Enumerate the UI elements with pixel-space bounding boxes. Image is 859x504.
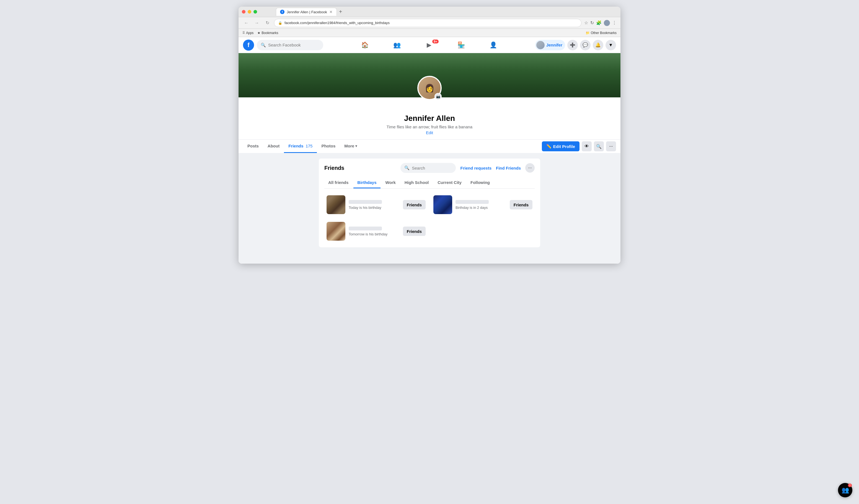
friends-panel-title: Friends <box>324 165 344 171</box>
cover-photo: 👩 📷 <box>239 53 620 97</box>
refresh-icon[interactable]: ↻ <box>590 20 594 26</box>
friend-info-1: Today is his birthday <box>349 200 400 210</box>
nav-groups[interactable]: 👤 <box>478 39 509 52</box>
filter-birthdays[interactable]: Birthdays <box>353 177 380 188</box>
minimize-dot[interactable] <box>248 10 251 14</box>
friends-more-button[interactable]: ··· <box>525 163 535 173</box>
tab-posts[interactable]: Posts <box>243 140 263 153</box>
tab-about[interactable]: About <box>263 140 284 153</box>
find-friends-link[interactable]: Find Friends <box>496 166 521 170</box>
nav-watch[interactable]: ▶ 9+ <box>414 39 445 52</box>
profile-info: Jennifer Allen Time flies like an arrow;… <box>239 97 620 139</box>
more-options-button[interactable]: ··· <box>606 141 616 151</box>
browser-tab[interactable]: f Jennifer Allen | Facebook ✕ <box>276 8 337 16</box>
user-avatar <box>536 41 545 49</box>
filter-all-friends[interactable]: All friends <box>324 177 352 188</box>
tab-friends[interactable]: Friends 175 <box>284 140 317 153</box>
search-bar[interactable]: 🔍 <box>257 40 323 50</box>
filter-current-city[interactable]: Current City <box>434 177 466 188</box>
friend-birthday-2: Birthday is in 2 days <box>455 205 507 210</box>
friend-name-blur-3 <box>349 227 382 230</box>
profile-bio: Time flies like an arrow; fruit flies li… <box>244 124 615 129</box>
friends-search-input[interactable] <box>412 166 464 170</box>
nav-marketplace[interactable]: 🏪 <box>446 39 477 52</box>
watch-badge: 9+ <box>432 40 439 43</box>
messenger-button[interactable]: 💬 <box>580 40 590 50</box>
filter-work[interactable]: Work <box>382 177 400 188</box>
browser-toolbar: ← → ↻ 🔒 facebook.com/jenniferallen1984/f… <box>239 17 620 29</box>
address-bar[interactable]: 🔒 facebook.com/jenniferallen1984/friends… <box>274 19 582 27</box>
filter-high-school[interactable]: High School <box>401 177 433 188</box>
chevron-down-icon: ▾ <box>355 144 357 148</box>
friend-info-3: Tomorrow is his birthday <box>349 227 400 236</box>
friends-panel-links: Friend requests Find Friends ··· <box>460 163 535 173</box>
main-content: Friends 🔍 Friend requests Find Friends ·… <box>239 153 620 264</box>
friend-avatar-2[interactable] <box>433 195 452 214</box>
bookmarks-item[interactable]: ★ Bookmarks <box>257 31 278 35</box>
edit-bio-link[interactable]: Edit <box>244 130 615 135</box>
user-profile-icon[interactable] <box>604 20 610 26</box>
browser-window: f Jennifer Allen | Facebook ✕ + ← → ↻ 🔒 … <box>239 6 620 264</box>
menu-button[interactable]: ▼ <box>605 40 616 50</box>
maximize-dot[interactable] <box>254 10 257 14</box>
tab-photos[interactable]: Photos <box>317 140 340 153</box>
friend-avatar-3[interactable] <box>327 222 345 241</box>
nav-friends[interactable]: 👥 <box>382 39 412 52</box>
edit-profile-button[interactable]: ✏️ Edit Profile <box>542 141 579 151</box>
search-icon: 🔍 <box>261 43 266 48</box>
profile-pic-wrapper: 👩 📷 <box>417 76 442 100</box>
bookmarks-bar: ⠿ Apps ★ Bookmarks 📁 Other Bookmarks <box>239 29 620 37</box>
search-profile-button[interactable]: 🔍 <box>594 141 604 151</box>
forward-button[interactable]: → <box>253 19 261 27</box>
lock-icon: 🔒 <box>278 21 282 25</box>
bookmark-star-icon[interactable]: ☆ <box>584 20 588 26</box>
nav-home[interactable]: 🏠 <box>349 39 380 52</box>
pencil-icon: ✏️ <box>546 144 552 149</box>
url-text: facebook.com/jenniferallen1984/friends_w… <box>285 21 390 25</box>
friend-requests-link[interactable]: Friend requests <box>460 166 492 170</box>
floating-messenger-button[interactable]: 👥 0 <box>838 483 853 498</box>
friend-name-blur-1 <box>349 200 382 204</box>
tab-close-button[interactable]: ✕ <box>329 10 333 14</box>
people-icon: 👥 <box>842 487 849 494</box>
friends-panel: Friends 🔍 Friend requests Find Friends ·… <box>319 158 540 247</box>
other-bookmarks[interactable]: 📁 Other Bookmarks <box>586 31 617 35</box>
add-button[interactable]: ➕ <box>567 40 578 50</box>
browser-titlebar: f Jennifer Allen | Facebook ✕ + <box>239 6 620 17</box>
apps-bookmark[interactable]: ⠿ Apps <box>242 31 254 35</box>
friends-search[interactable]: 🔍 <box>401 163 456 173</box>
change-profile-pic-button[interactable]: 📷 <box>435 93 442 100</box>
fb-logo: f <box>243 40 254 51</box>
user-chip[interactable]: Jennifer <box>535 40 565 50</box>
profile-nav: Posts About Friends 175 Photos More ▾ <box>239 139 620 153</box>
notifications-button[interactable]: 🔔 <box>593 40 603 50</box>
friends-filter-tabs: All friends Birthdays Work High School C… <box>324 177 535 189</box>
friends-count: 175 <box>305 143 313 148</box>
friend-birthday-3: Tomorrow is his birthday <box>349 232 400 236</box>
reload-button[interactable]: ↻ <box>263 19 271 27</box>
friends-panel-header: Friends 🔍 Friend requests Find Friends ·… <box>324 163 535 173</box>
new-tab-button[interactable]: + <box>339 9 342 15</box>
filter-following[interactable]: Following <box>467 177 494 188</box>
fb-header-right: Jennifer ➕ 💬 🔔 ▼ <box>535 40 616 50</box>
friend-button-1[interactable]: Friends <box>403 200 426 209</box>
extension-icon[interactable]: 🧩 <box>596 20 602 26</box>
profile-name: Jennifer Allen <box>244 114 615 123</box>
tab-more[interactable]: More ▾ <box>340 140 361 153</box>
close-dot[interactable] <box>242 10 245 14</box>
friend-avatar-1[interactable] <box>327 195 345 214</box>
friend-button-2[interactable]: Friends <box>510 200 532 209</box>
menu-dots-icon[interactable]: ⋮ <box>612 20 617 26</box>
friends-grid: Today is his birthday Friends Birthday i… <box>324 193 535 243</box>
friend-button-3[interactable]: Friends <box>403 227 426 236</box>
fb-app: f 🔍 🏠 👥 ▶ 9+ 🏪 <box>239 37 620 264</box>
bookmarks-folder-icon: 📁 <box>586 31 590 35</box>
search-input[interactable] <box>268 43 319 47</box>
apps-grid-icon: ⠿ <box>242 31 245 35</box>
favicon: f <box>280 10 285 14</box>
search-icon: 🔍 <box>404 165 410 170</box>
friend-info-2: Birthday is in 2 days <box>455 200 507 210</box>
back-button[interactable]: ← <box>242 19 250 27</box>
view-as-button[interactable]: 👁 <box>582 141 592 151</box>
home-icon: 🏠 <box>361 42 368 49</box>
